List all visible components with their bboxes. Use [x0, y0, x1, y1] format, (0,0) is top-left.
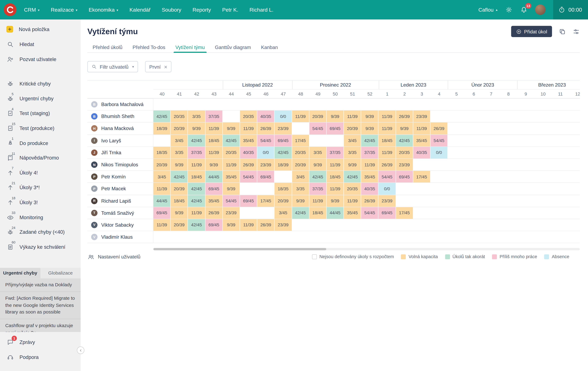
utilization-cell[interactable]: 37/35: [309, 183, 327, 195]
utilization-cell-empty[interactable]: [188, 99, 205, 110]
utilization-cell[interactable]: 42/45: [188, 135, 205, 146]
utilization-cell-empty[interactable]: [292, 99, 309, 110]
member-row-nikos-timiopulos[interactable]: NNikos Timiopulos: [87, 159, 153, 171]
utilization-cell[interactable]: 69/45: [257, 171, 275, 182]
add-task-button[interactable]: Přidat úkol: [511, 26, 552, 37]
utilization-cell[interactable]: 17/45: [413, 171, 430, 182]
utilization-cell[interactable]: 69/45: [275, 135, 292, 146]
utilization-cell[interactable]: 11/39: [240, 123, 257, 134]
utilization-cell-empty[interactable]: [448, 135, 465, 146]
utilization-cell-empty[interactable]: [448, 231, 465, 243]
utilization-cell-empty[interactable]: [448, 110, 465, 122]
tab-p-ehled-kol[interactable]: Přehled úkolů: [93, 42, 123, 52]
utilization-cell[interactable]: 3/45: [171, 135, 188, 146]
sidebar-note-item[interactable]: Fwd: [Action Required] Migrate to the ne…: [0, 292, 81, 319]
utilization-cell[interactable]: 44/45: [205, 171, 223, 182]
utilization-cell[interactable]: 11/39: [188, 159, 205, 170]
utilization-cell-empty[interactable]: [465, 171, 483, 182]
utilization-cell[interactable]: 11/39: [361, 159, 378, 170]
utilization-cell-empty[interactable]: [430, 110, 448, 122]
utilization-cell-empty[interactable]: [483, 159, 500, 170]
utilization-cell-empty[interactable]: [448, 99, 465, 110]
utilization-cell[interactable]: 3/35: [292, 183, 309, 195]
utilization-cell[interactable]: 11/39: [153, 183, 171, 195]
utilization-cell-empty[interactable]: [483, 99, 500, 110]
utilization-cell-empty[interactable]: [257, 231, 275, 243]
utilization-cell[interactable]: 20/39: [292, 159, 309, 170]
utilization-cell-empty[interactable]: [240, 231, 257, 243]
utilization-cell[interactable]: 54/45: [378, 171, 396, 182]
utilization-cell[interactable]: 3/35: [188, 110, 205, 122]
utilization-cell-empty[interactable]: [292, 123, 309, 134]
utilization-cell-empty[interactable]: [517, 183, 535, 195]
utilization-cell-empty[interactable]: [413, 219, 430, 231]
member-row-ji-trnka[interactable]: JJiří Trnka: [87, 147, 153, 159]
utilization-cell[interactable]: 35/45: [361, 171, 378, 182]
utilization-cell[interactable]: 20/35: [223, 147, 240, 159]
utilization-cell[interactable]: 20/35: [171, 110, 188, 122]
utilization-cell[interactable]: 9/39: [223, 123, 240, 134]
scrollbar-thumb[interactable]: [153, 248, 326, 250]
utilization-cell-empty[interactable]: [500, 207, 517, 219]
utilization-cell-empty[interactable]: [517, 99, 535, 110]
utilization-cell[interactable]: 26/39: [396, 110, 413, 122]
caflou-logo-icon[interactable]: [4, 3, 16, 16]
utilization-cell[interactable]: 11/39: [378, 110, 396, 122]
utilization-cell[interactable]: 20/35: [344, 183, 361, 195]
utilization-cell-empty[interactable]: [465, 135, 483, 146]
utilization-cell[interactable]: 0/0: [430, 147, 448, 159]
sidebar-item-podpora[interactable]: Podpora: [0, 350, 81, 364]
utilization-cell-empty[interactable]: [535, 219, 552, 231]
utilization-cell[interactable]: 42/45: [396, 135, 413, 146]
utilization-cell-empty[interactable]: [205, 231, 223, 243]
utilization-cell[interactable]: 35/45: [344, 207, 361, 219]
utilization-cell[interactable]: 18/45: [327, 171, 344, 182]
utilization-cell[interactable]: 0/0: [275, 110, 292, 122]
utilization-cell-empty[interactable]: [569, 110, 580, 122]
utilization-cell-empty[interactable]: [171, 99, 188, 110]
notifications-button[interactable]: 13: [520, 6, 527, 13]
utilization-cell-empty[interactable]: [517, 231, 535, 243]
sidebar-item-monitoring[interactable]: 33Monitoring: [0, 210, 81, 225]
utilization-cell-empty[interactable]: [396, 183, 413, 195]
sidebar-item-pozvat-u-ivatele[interactable]: Pozvat uživatele: [0, 52, 81, 67]
utilization-cell-empty[interactable]: [465, 183, 483, 195]
sidebar-note-item[interactable]: Cashflow graf v projektu ukazuje první m…: [0, 319, 81, 332]
utilization-cell-empty[interactable]: [552, 171, 569, 182]
nav-item-kalend[interactable]: Kalendář: [129, 7, 151, 13]
utilization-cell-empty[interactable]: [500, 183, 517, 195]
sidebar-item-koly-4[interactable]: 7Úkoly 4!: [0, 165, 81, 180]
utilization-cell[interactable]: 3/45: [275, 207, 292, 219]
utilization-cell-empty[interactable]: [500, 171, 517, 182]
utilization-cell[interactable]: 26/39: [430, 123, 448, 134]
utilization-cell-empty[interactable]: [535, 159, 552, 170]
utilization-cell[interactable]: 9/39: [361, 123, 378, 134]
utilization-cell[interactable]: 69/45: [205, 183, 223, 195]
utilization-cell-empty[interactable]: [448, 219, 465, 231]
utilization-cell-empty[interactable]: [223, 231, 240, 243]
view-settings-button[interactable]: [573, 28, 580, 35]
utilization-cell-empty[interactable]: [430, 171, 448, 182]
utilization-cell[interactable]: 11/39: [327, 159, 344, 170]
utilization-cell-empty[interactable]: [500, 110, 517, 122]
nav-item-soubory[interactable]: Soubory: [162, 7, 181, 13]
nav-item-reporty[interactable]: Reporty: [192, 7, 211, 13]
utilization-cell-empty[interactable]: [153, 99, 171, 110]
sidebar-item-zpravy[interactable]: 1Zprávy: [0, 334, 81, 350]
utilization-cell-empty[interactable]: [240, 99, 257, 110]
utilization-cell[interactable]: 69/45: [205, 219, 223, 231]
filter-chip[interactable]: První ×: [145, 61, 171, 72]
nav-item-richard-l[interactable]: Richard L.: [249, 7, 273, 13]
utilization-cell-empty[interactable]: [240, 207, 257, 219]
utilization-cell[interactable]: 17/45: [396, 207, 413, 219]
utilization-cell-empty[interactable]: [535, 110, 552, 122]
utilization-cell-empty[interactable]: [292, 231, 309, 243]
utilization-cell-empty[interactable]: [257, 207, 275, 219]
member-row-viktor-sabacky[interactable]: VViktor Sabacky: [87, 219, 153, 231]
utilization-cell[interactable]: 42/45: [171, 171, 188, 182]
utilization-cell[interactable]: 20/39: [171, 123, 188, 134]
utilization-cell[interactable]: 40/35: [257, 110, 275, 122]
utilization-cell-empty[interactable]: [448, 159, 465, 170]
nav-item-ekonomika[interactable]: Ekonomika▾: [89, 7, 118, 13]
utilization-cell-empty[interactable]: [517, 110, 535, 122]
